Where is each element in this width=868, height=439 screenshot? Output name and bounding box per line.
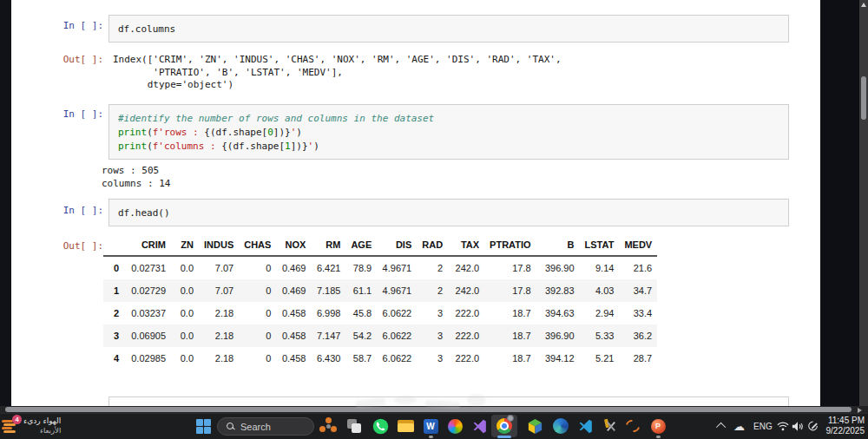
code-token: ( [147, 127, 153, 138]
horizontal-scrollbar-thumb[interactable] [5, 407, 852, 412]
table-cell: 0.0 [171, 324, 199, 347]
dataframe-table: CRIMZNINDUSCHASNOXRMAGEDISRADTAXPTRATIOB… [103, 234, 657, 370]
notification-badge: 4 [12, 415, 22, 424]
output-1-line-2: 'PTRATIO', 'B', 'LSTAT', 'MEDV'], [113, 67, 562, 80]
table-cell: 7.185 [311, 279, 345, 302]
table-cell: 34.7 [619, 279, 657, 302]
code-cell-2-source: #identify the number of rows and columns… [109, 105, 788, 154]
tray-date: 9/22/2025 [826, 426, 865, 436]
start-button[interactable] [193, 416, 214, 436]
table-cell: 396.90 [536, 324, 580, 347]
language-label: ENG [753, 422, 773, 431]
table-header-cell: DIS [377, 234, 417, 256]
code-token: 1 [285, 141, 291, 152]
spinner-app-icon [319, 417, 337, 435]
output-1-line-1: Index(['CRIM', 'ZN', 'INDUS', 'CHAS', 'N… [113, 54, 562, 67]
table-cell: 394.12 [536, 347, 580, 370]
table-header-cell: CRIM [124, 234, 171, 256]
code-cell-1-source: df.columns [109, 16, 788, 36]
air-quality-icon: 4 [2, 417, 19, 435]
code-cell-2[interactable]: #identify the number of rows and columns… [108, 104, 789, 160]
speaker-icon [792, 421, 804, 432]
taskbar-app-game-tools[interactable] [601, 416, 621, 436]
out-prompt-3: Out[ ]: [44, 240, 103, 252]
widget-line-day: الأربعاء [23, 426, 61, 436]
code-cell-1[interactable]: df.columns [108, 15, 789, 43]
table-cell: 0.03237 [124, 302, 171, 324]
vertical-scrollbar[interactable] [859, 0, 868, 406]
table-row: 10.027290.07.0700.4697.18561.14.96712242… [103, 279, 657, 302]
table-cell: 0 [239, 324, 276, 347]
code-token: df.shape[ [216, 127, 268, 138]
hexagon-app-icon [527, 418, 543, 435]
table-cell: 28.7 [619, 347, 657, 370]
code-comment: #identify the number of rows and columns… [118, 113, 434, 124]
table-cell: 3 [417, 302, 448, 324]
table-header-cell: MEDV [619, 234, 657, 256]
taskbar-app-word[interactable]: W [420, 416, 441, 436]
table-header-cell: AGE [345, 234, 377, 256]
tray-overflow-button[interactable] [719, 414, 726, 438]
table-cell: 222.0 [448, 324, 484, 347]
table-cell: 2.18 [199, 324, 239, 347]
code-token: f'rows : [153, 127, 205, 138]
table-cell: 0.458 [276, 324, 311, 347]
table-cell: 5.33 [580, 324, 620, 347]
wifi-icon [777, 421, 789, 431]
code-cell-3[interactable]: df.head() [108, 199, 789, 226]
wifi-button[interactable] [777, 414, 789, 438]
task-view-icon [346, 418, 362, 434]
widgets-button[interactable]: 4 الهواء رديء الأربعاء [2, 414, 84, 438]
table-cell: 18.7 [484, 302, 536, 324]
volume-button[interactable] [792, 414, 804, 438]
table-cell: 394.63 [536, 302, 580, 324]
table-cell: 2.18 [199, 302, 239, 324]
code-token: print [118, 127, 147, 138]
table-cell: 0.02985 [124, 347, 171, 370]
code-cell-4-partial[interactable] [108, 396, 789, 406]
vertical-scrollbar-thumb[interactable] [861, 76, 866, 120]
table-cell: 242.0 [448, 279, 484, 302]
table-cell: 58.7 [345, 347, 377, 370]
table-cell: 21.6 [619, 256, 657, 279]
windows-ink-button[interactable] [807, 414, 819, 438]
table-cell: 0.06905 [124, 324, 171, 347]
code-token: f'columns : [153, 141, 221, 152]
taskbar-app-vscode[interactable] [575, 416, 595, 436]
output-1-line-3: dtype='object') [113, 79, 562, 92]
table-header-cell: RM [311, 234, 345, 256]
taskbar-app-visual-studio[interactable] [469, 416, 490, 436]
code-token: print [118, 141, 147, 152]
taskbar-app-edge[interactable] [550, 416, 571, 436]
table-row: 20.032370.02.1800.4586.99845.86.06223222… [103, 302, 657, 324]
table-cell: 18.7 [484, 324, 536, 347]
taskbar-app-whatsapp[interactable] [370, 416, 391, 436]
scroll-up-arrow-icon[interactable] [861, 3, 866, 7]
widget-text: الهواء رديء الأربعاء [23, 416, 61, 436]
taskbar-app-file-explorer[interactable] [395, 416, 416, 436]
table-index-cell: 1 [103, 279, 124, 302]
table-cell: 17.8 [484, 279, 536, 302]
taskbar-app-hexagon[interactable] [524, 416, 545, 436]
search-box[interactable]: Search [217, 417, 314, 436]
table-cell: 5.21 [580, 347, 620, 370]
code-token: 0 [267, 127, 273, 138]
powerpoint-icon: P [651, 419, 666, 434]
table-cell: 0.469 [276, 279, 311, 302]
taskbar-app-powerpoint[interactable]: P [648, 416, 668, 436]
table-cell: 7.07 [199, 256, 239, 279]
clock[interactable]: 11:45 PM 9/22/2025 [825, 414, 865, 438]
word-icon: W [424, 419, 438, 434]
visual-studio-icon [471, 418, 488, 435]
table-header-cell: ZN [171, 234, 199, 256]
taskbar-app-spinner[interactable] [318, 416, 339, 436]
taskbar-app-office[interactable] [444, 416, 465, 436]
language-indicator[interactable]: ENG [753, 414, 773, 438]
in-prompt-1: In [ ]: [44, 20, 103, 31]
code-token: ])} [273, 127, 291, 138]
table-header-cell: CHAS [239, 234, 276, 256]
onedrive-button[interactable]: ☁ [733, 414, 745, 438]
file-explorer-icon [398, 420, 414, 433]
taskbar-app-orange-arcs[interactable] [623, 416, 644, 436]
task-view-button[interactable] [344, 416, 365, 436]
